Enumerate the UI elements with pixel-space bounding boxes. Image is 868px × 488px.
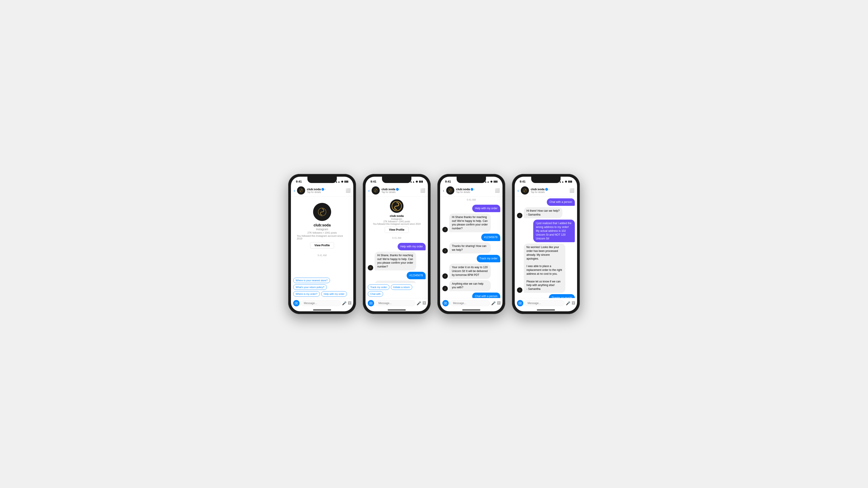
brand-name-2: club:soda ✓ › (381, 188, 420, 191)
battery-icon-3: ▮▮▮ (493, 180, 498, 183)
message-input-bar-4: 🎤 🖼 😊 (515, 298, 577, 308)
video-icon-4[interactable]: ⬜ (569, 188, 575, 193)
status-icons-4: ▲▲ ◉ ▮▮▮ (559, 180, 572, 183)
header-info-4: club:soda ✓ › Tap for details (531, 188, 569, 193)
msg-avatar-small-3c (442, 273, 448, 279)
camera-button-1[interactable] (293, 300, 300, 306)
input-icons-3: 🎤 🖼 😊 (491, 301, 502, 305)
bubble-received-1-2: Hi Shane, thanks for reaching out! We're… (375, 252, 416, 270)
camera-button-2[interactable] (368, 300, 374, 306)
wifi-icon-4: ◉ (565, 180, 567, 183)
bubble-sent-3-3: Track my order (477, 255, 500, 262)
status-time-3: 9:41 (445, 180, 451, 183)
bubble-sent-2-2: #12345678 (407, 272, 426, 279)
quick-reply-store[interactable]: Where is your nearest store? (293, 278, 330, 283)
photo-icon-1[interactable]: 🖼 (348, 301, 351, 305)
phone-3-frame: 9:41 ▲▲ ◉ ▮▮▮ ‹ (437, 174, 505, 314)
profile-avatar-large (313, 203, 331, 221)
mic-icon-1[interactable]: 🎤 (342, 301, 346, 305)
header-info-3: club:soda ✓ › Tap for details (456, 188, 495, 193)
verified-badge-4: ✓ (545, 188, 548, 191)
view-profile-button-2[interactable]: View Profile (385, 227, 409, 233)
chat-messages-2: Help with my order Hi Shane, thanks for … (366, 241, 428, 283)
msg-avatar-small-3d (442, 286, 448, 291)
phone-3: 9:41 ▲▲ ◉ ▮▮▮ ‹ (437, 174, 505, 314)
message-input-1[interactable] (301, 300, 341, 306)
tap-details-2: Tap for details (381, 191, 420, 193)
chat-header-1: ‹ club:soda ✓ › (291, 185, 353, 197)
phone-4-frame: 9:41 ▲▲ ◉ ▮▮▮ ‹ (512, 174, 580, 314)
status-icons-2: ▲▲ ◉ ▮▮▮ (410, 180, 423, 183)
phone-3-screen: 9:41 ▲▲ ◉ ▮▮▮ ‹ (440, 177, 502, 311)
profile-section: club:soda Instagram 27K followers • 1041… (293, 198, 351, 251)
bubble-received-3-3: Your order it on its way to 120 Unicorn … (449, 264, 491, 279)
sticker-icon-1[interactable]: 😊 (353, 301, 353, 305)
phone-1-notch (307, 177, 337, 183)
msg-avatar-small-4b (517, 287, 522, 293)
sticker-icon-4[interactable]: 😊 (577, 301, 577, 305)
msg-sent-4-3: Chat with a person (442, 293, 500, 298)
chat-messages-1: club:soda Instagram 27K followers • 1041… (291, 197, 353, 276)
status-time-4: 9:41 (520, 180, 526, 183)
video-icon-3[interactable]: ⬜ (495, 188, 500, 193)
back-button-3[interactable]: ‹ (443, 188, 444, 193)
chat-header-4: ‹ club:soda ✓ › (515, 185, 577, 197)
mic-icon-3[interactable]: 🎤 (491, 301, 496, 305)
phone-1: 9:41 ▲▲ ◉ ▮▮▮ ‹ (288, 174, 356, 314)
mic-icon-4[interactable]: 🎤 (566, 301, 570, 305)
msg-sent-1-3: Help with my order (442, 205, 500, 212)
photo-icon-2[interactable]: 🖼 (423, 301, 426, 305)
verified-badge-2: ✓ (396, 188, 399, 191)
mini-name-2: club:soda (390, 214, 403, 218)
message-input-2[interactable] (375, 300, 415, 306)
brand-avatar-4 (521, 186, 529, 195)
back-button-4[interactable]: ‹ (518, 188, 519, 193)
home-indicator-2 (366, 308, 428, 311)
quick-reply-return[interactable]: What's your return policy? (293, 285, 327, 290)
video-icon-2[interactable]: ⬜ (420, 188, 425, 193)
battery-icon: ▮▮▮ (344, 180, 348, 183)
status-time-1: 9:41 (296, 180, 302, 183)
quick-replies-2: Track my order Initiate a return Chat wi… (366, 283, 428, 298)
bubble-sent-2-4: I just realized that I added the wrong a… (533, 220, 575, 242)
phone-1-screen: 9:41 ▲▲ ◉ ▮▮▮ ‹ (291, 177, 353, 311)
quick-reply-order[interactable]: Where is my order? (293, 291, 320, 297)
back-button-2[interactable]: ‹ (368, 188, 370, 193)
home-bar-2 (388, 310, 406, 311)
quick-replies-1: Where is your nearest store? What's your… (291, 276, 353, 298)
sticker-icon-2[interactable]: 😊 (428, 301, 428, 305)
mic-icon-2[interactable]: 🎤 (416, 301, 421, 305)
phones-container: 9:41 ▲▲ ◉ ▮▮▮ ‹ (288, 174, 580, 314)
mini-platform-2: Instagram (391, 218, 402, 220)
input-icons-2: 🎤 🖼 😊 (416, 301, 428, 305)
chat-messages-3: Help with my order Hi Shane thanks for r… (440, 203, 502, 298)
photo-icon-4[interactable]: 🖼 (572, 301, 575, 305)
camera-button-3[interactable] (442, 300, 449, 306)
quick-reply-chat-2[interactable]: Chat with (368, 291, 383, 297)
photo-icon-3[interactable]: 🖼 (497, 301, 501, 305)
message-input-3[interactable] (450, 300, 490, 306)
camera-button-4[interactable] (517, 300, 523, 306)
tap-details-1: Tap for details (307, 191, 346, 193)
sticker-icon-3[interactable]: 😊 (502, 301, 502, 305)
profile-name: club:soda (313, 223, 331, 227)
quick-reply-initiate-2[interactable]: Initiate a return (391, 285, 412, 290)
brand-name-3: club:soda ✓ › (456, 188, 495, 191)
back-button-1[interactable]: ‹ (293, 188, 295, 193)
brand-name-4: club:soda ✓ › (531, 188, 569, 191)
view-profile-button[interactable]: View Profile (310, 242, 334, 249)
msg-sent-3-4: Thanks so much! (517, 294, 575, 298)
svg-point-4 (296, 303, 297, 304)
video-icon-1[interactable]: ⬜ (346, 188, 350, 193)
msg-received-3-3: Your order it on its way to 120 Unicorn … (442, 264, 500, 279)
quick-reply-help[interactable]: Help with my order (321, 291, 347, 297)
svg-point-23 (520, 303, 521, 304)
msg-sent-1-4: Chat with a person (517, 198, 575, 206)
mini-followed-2: You followed this Instagram account sinc… (373, 223, 421, 225)
message-input-bar-1: 🎤 🖼 😊 (291, 298, 353, 308)
wifi-icon: ◉ (341, 180, 343, 183)
verified-badge-1: ✓ (321, 188, 324, 191)
bubble-received-2-4: No worries! Looks like your order has be… (524, 243, 565, 293)
quick-reply-track-2[interactable]: Track my order (368, 285, 390, 290)
message-input-4[interactable] (525, 300, 564, 306)
